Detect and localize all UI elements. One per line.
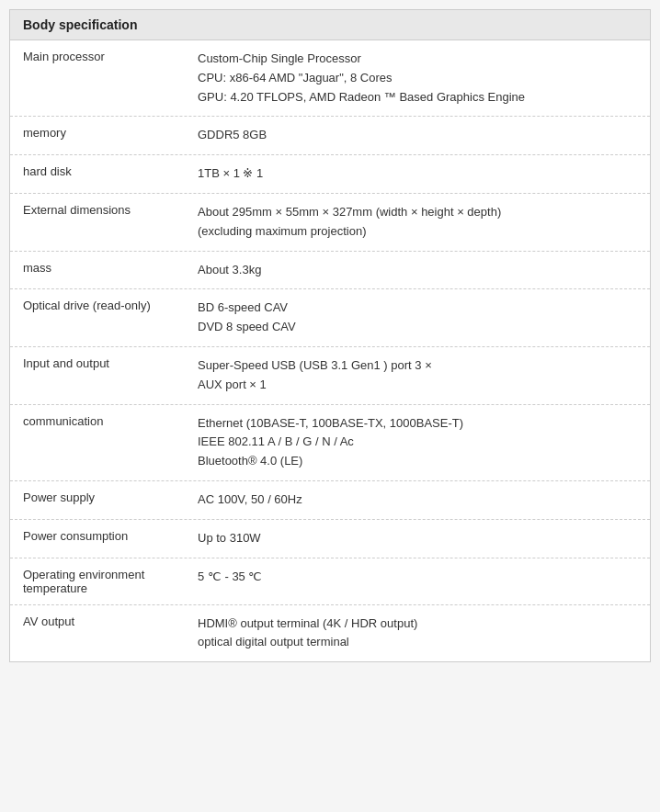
- table-row: Power supplyAC 100V, 50 / 60Hz: [10, 481, 650, 520]
- spec-label: AV output: [10, 605, 185, 662]
- table-title: Body specification: [10, 10, 650, 40]
- spec-value: About 295mm × 55mm × 327mm (width × heig…: [185, 194, 650, 251]
- spec-value: Up to 310W: [185, 520, 650, 558]
- spec-label: Optical drive (read-only): [10, 289, 185, 346]
- spec-label: Operating environment temperature: [10, 558, 185, 604]
- spec-value: About 3.3kg: [185, 252, 650, 289]
- table-row: Power consumptionUp to 310W: [10, 520, 650, 558]
- table-row: hard disk1TB × 1 ※ 1: [10, 155, 650, 194]
- table-row: Input and outputSuper-Speed USB (USB 3.1…: [10, 347, 650, 405]
- table-row: memoryGDDR5 8GB: [10, 117, 650, 155]
- spec-label: Power consumption: [10, 520, 185, 558]
- spec-value: Custom-Chip Single ProcessorCPU: x86-64 …: [185, 40, 650, 116]
- spec-value: 1TB × 1 ※ 1: [185, 155, 650, 193]
- spec-label: Main processor: [10, 40, 185, 116]
- spec-value: HDMI® output terminal (4K / HDR output)o…: [185, 605, 650, 662]
- body-specification-table: Body specification Main processorCustom-…: [9, 9, 651, 662]
- table-row: communicationEthernet (10BASE-T, 100BASE…: [10, 405, 650, 481]
- spec-value: GDDR5 8GB: [185, 117, 650, 154]
- table-row: Main processorCustom-Chip Single Process…: [10, 40, 650, 117]
- spec-value: BD 6-speed CAVDVD 8 speed CAV: [185, 289, 650, 346]
- spec-label: Power supply: [10, 481, 185, 519]
- table-row: Operating environment temperature5 ℃ - 3…: [10, 558, 650, 605]
- spec-label: External dimensions: [10, 194, 185, 251]
- table-row: External dimensionsAbout 295mm × 55mm × …: [10, 194, 650, 252]
- table-row: massAbout 3.3kg: [10, 252, 650, 290]
- spec-value: AC 100V, 50 / 60Hz: [185, 481, 650, 519]
- spec-value: Super-Speed USB (USB 3.1 Gen1 ) port 3 ×…: [185, 347, 650, 404]
- spec-label: Input and output: [10, 347, 185, 404]
- table-row: Optical drive (read-only)BD 6-speed CAVD…: [10, 289, 650, 347]
- spec-value: Ethernet (10BASE-T, 100BASE-TX, 1000BASE…: [185, 405, 650, 480]
- spec-label: mass: [10, 252, 185, 289]
- spec-value: 5 ℃ - 35 ℃: [185, 558, 650, 604]
- spec-label: memory: [10, 117, 185, 154]
- spec-label: communication: [10, 405, 185, 480]
- table-row: AV outputHDMI® output terminal (4K / HDR…: [10, 605, 650, 662]
- spec-label: hard disk: [10, 155, 185, 193]
